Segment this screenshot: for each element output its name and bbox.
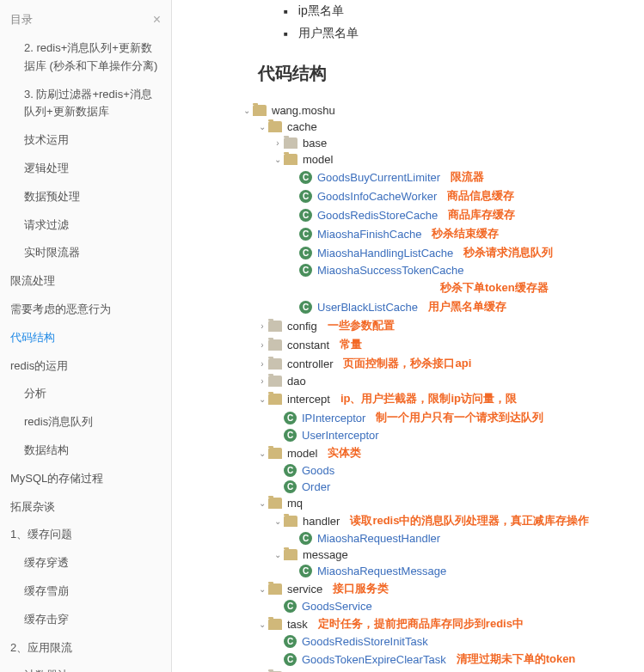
tree-label: cache [287,120,317,133]
tree-row[interactable]: ⌄mq [241,495,627,511]
tree-row[interactable]: ⌄model [241,151,627,168]
chevron-down-icon[interactable]: ⌄ [256,122,268,131]
toc-item[interactable]: 实时限流器 [0,239,171,267]
toc-item[interactable]: 2. redis+消息队列+更新数据库 (秒杀和下单操作分离) [0,34,171,81]
tree-row[interactable]: ⌄handler读取redis中的消息队列处理器，真正减库存操作 [241,511,627,530]
toc-item[interactable]: 技术运用 [0,126,171,155]
tree-row[interactable]: ›util [241,669,627,672]
class-icon: C [299,171,312,184]
annotation: 秒杀结束缓存 [432,226,499,241]
toc-item[interactable]: 2、应用限流 [0,634,171,663]
tree-row[interactable]: ›CGoodsService [241,598,627,614]
tree-row[interactable]: ›controller页面控制器，秒杀接口api [241,354,627,373]
close-icon[interactable]: × [153,12,161,27]
tree-label: GoodsTokenExpireClearTask [302,653,446,666]
tree-row[interactable]: ›CUserInterceptor [241,427,627,443]
folder-icon [284,516,297,527]
chevron-down-icon[interactable]: ⌄ [256,449,268,458]
tree-row[interactable]: ⌄model实体类 [241,443,627,462]
tree-row[interactable]: ›COrder [241,479,627,495]
toc-item[interactable]: 代码结构 [0,324,171,352]
chevron-right-icon[interactable]: › [256,376,268,386]
toc-item[interactable]: MySQL的存储过程 [0,465,171,493]
chevron-right-icon[interactable]: › [256,340,268,350]
class-icon: C [299,264,312,277]
tree-row[interactable]: ›CMiaoshaRequestHandler [241,530,627,547]
class-icon: C [284,600,297,613]
tree-row[interactable]: ›CMiaoshaFinishCache秒杀结束缓存 [241,224,627,243]
chevron-down-icon[interactable]: ⌄ [256,394,268,404]
class-icon: C [299,247,312,260]
tree-row[interactable]: ⌄message [241,547,627,563]
toc-item[interactable]: 计数器法 [0,662,171,672]
chevron-right-icon[interactable]: › [256,321,268,331]
tree-label: mq [287,497,303,510]
tree-label: dao [287,375,306,388]
toc-item[interactable]: 分析 [0,380,171,408]
tree-row[interactable]: ›CMiaoshaRequestMessage [241,563,627,579]
chevron-down-icon[interactable]: ⌄ [272,550,284,559]
tree-row[interactable]: ›config一些参数配置 [241,316,627,335]
toc-item[interactable]: 缓存击穿 [0,606,171,634]
tree-row[interactable]: ›CUserBlackListCache用户黑名单缓存 [241,297,627,316]
chevron-right-icon[interactable]: › [256,359,268,369]
chevron-down-icon[interactable]: ⌄ [272,516,284,526]
class-icon: C [299,228,312,241]
class-icon: C [284,653,297,666]
annotation-row: 秒杀下单token缓存器 [241,278,627,297]
annotation: ip、用户拦截器，限制ip访问量，限 [340,391,517,406]
tree-row[interactable]: ›CGoodsBuyCurrentLimiter限流器 [241,168,627,186]
chevron-down-icon[interactable]: ⌄ [256,498,268,508]
chevron-down-icon[interactable]: ⌄ [256,620,268,629]
tree-row[interactable]: ⌄cache [241,119,627,135]
tree-row[interactable]: ›CMiaoshaSuccessTokenCache [241,262,627,278]
chevron-down-icon[interactable]: ⌄ [241,106,253,115]
annotation: 接口服务类 [333,581,389,596]
tree-row[interactable]: ›dao [241,373,627,389]
tree-label: UserInterceptor [302,429,379,442]
tree-row[interactable]: ›CGoodsInfoCacheWorker商品信息缓存 [241,186,627,205]
annotation: 页面控制器，秒杀接口api [343,356,471,371]
toc-item[interactable]: redis消息队列 [0,408,171,437]
toc-item[interactable]: 逻辑处理 [0,155,171,183]
toc-item[interactable]: 拓展杂谈 [0,493,171,522]
tree-row[interactable]: ›CGoodsTokenExpireClearTask清理过期未下单的token [241,650,627,669]
tree-row[interactable]: ›CIPInterceptor制一个用户只有一个请求到达队列 [241,408,627,427]
toc-item[interactable]: 数据结构 [0,437,171,465]
tree-label: MiaoshaSuccessTokenCache [317,264,464,277]
class-icon: C [299,209,312,222]
bullet-item: ip黑名单 [284,0,627,22]
toc-item[interactable]: 请求过滤 [0,211,171,240]
tree-row[interactable]: ⌄service接口服务类 [241,579,627,598]
tree-row[interactable]: ›CGoodsRedisStoreCache商品库存缓存 [241,205,627,224]
tree-row[interactable]: ⌄task定时任务，提前把商品库存同步到redis中 [241,614,627,633]
tree-label: task [287,618,308,631]
tree-label: Order [302,480,330,493]
tree-label: GoodsRedisStoreInitTask [302,635,428,648]
toc-list: 2. redis+消息队列+更新数据库 (秒杀和下单操作分离)3. 防刷过滤器+… [0,34,171,672]
annotation: 用户黑名单缓存 [428,299,506,315]
bullet-item: 用户黑名单 [284,22,627,45]
tree-row[interactable]: ›constant常量 [241,335,627,354]
toc-item[interactable]: 限流处理 [0,267,171,296]
tree-row[interactable]: ⌄wang.moshu [241,102,627,119]
chevron-right-icon[interactable]: › [272,138,284,148]
toc-item[interactable]: 需要考虑的恶意行为 [0,296,171,324]
chevron-down-icon[interactable]: ⌄ [272,155,284,164]
toc-item[interactable]: 3. 防刷过滤器+redis+消息队列+更新数据库 [0,81,171,127]
toc-item[interactable]: 缓存穿透 [0,549,171,577]
annotation: 商品信息缓存 [447,188,514,204]
toc-item[interactable]: 缓存雪崩 [0,577,171,606]
toc-item[interactable]: 数据预处理 [0,183,171,211]
tree-row[interactable]: ⌄interceptip、用户拦截器，限制ip访问量，限 [241,389,627,408]
annotation: 秒杀下单token缓存器 [440,280,549,296]
tree-row[interactable]: ›CGoods [241,462,627,479]
chevron-down-icon[interactable]: ⌄ [256,584,268,594]
tree-row[interactable]: ›base [241,135,627,151]
toc-item[interactable]: redis的运用 [0,352,171,381]
tree-label: service [287,583,322,596]
tree-row[interactable]: ›CGoodsRedisStoreInitTask [241,633,627,650]
tree-row[interactable]: ›CMiaoshaHandlingListCache秒杀请求消息队列 [241,243,627,262]
tree-label: GoodsRedisStoreCache [317,209,438,222]
toc-item[interactable]: 1、缓存问题 [0,521,171,549]
